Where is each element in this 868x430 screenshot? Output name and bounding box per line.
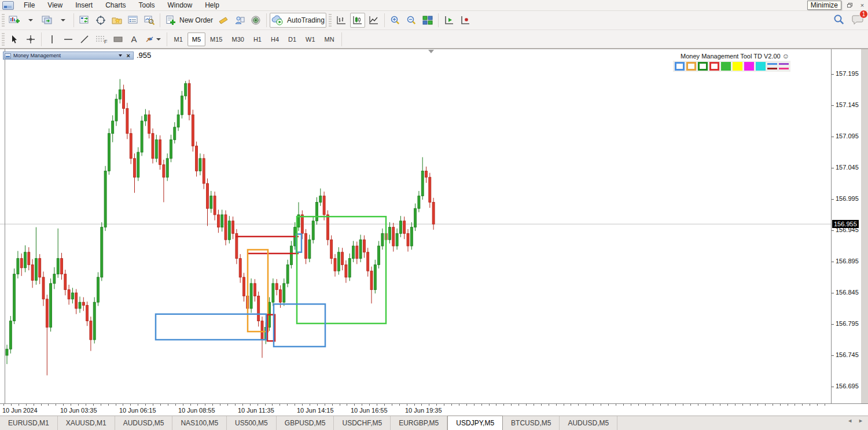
blue-rect-right[interactable]: [274, 304, 325, 346]
restore-button[interactable]: [845, 1, 854, 9]
tab-scroll-left-icon[interactable]: ◄: [847, 418, 852, 424]
autotrading-button[interactable]: AutoTrading: [270, 13, 326, 28]
menu-tools[interactable]: Tools: [133, 0, 161, 10]
metaeditor-button[interactable]: [216, 13, 231, 28]
strategy-tester-button[interactable]: [142, 13, 157, 28]
notifications-button[interactable]: 1: [852, 14, 865, 25]
timeframe-m30[interactable]: M30: [227, 32, 248, 46]
tab-usdchfm5[interactable]: USDCHF,M5: [334, 416, 391, 430]
search-icon[interactable]: [833, 14, 845, 25]
objects-list-button[interactable]: [458, 13, 473, 28]
tab-scroll-right-icon[interactable]: ►: [858, 418, 863, 424]
profiles-button[interactable]: [39, 13, 54, 28]
line-chart-button[interactable]: [366, 13, 381, 28]
color-swatch-1[interactable]: [686, 62, 696, 71]
arrows-tool-button[interactable]: [143, 32, 164, 47]
menu-charts[interactable]: Charts: [99, 0, 132, 10]
tab-eurusdm1[interactable]: EURUSD,M1: [0, 416, 58, 430]
color-swatch-5[interactable]: [733, 62, 742, 71]
candle-body: [410, 227, 413, 246]
color-swatch-lines-9[interactable]: [779, 62, 789, 71]
candle-body: [334, 259, 336, 271]
text-tool-button[interactable]: A: [127, 32, 142, 47]
color-swatch-3[interactable]: [709, 62, 719, 71]
toolbar-grip[interactable]: [2, 33, 5, 46]
trendline-tool-button[interactable]: [77, 32, 92, 47]
new-chart-button[interactable]: [7, 13, 22, 28]
new-order-button[interactable]: New Order: [163, 13, 215, 28]
time-tick: [698, 404, 698, 406]
chart-shift-marker-icon[interactable]: [428, 50, 434, 53]
money-management-subwindow-bar[interactable]: Money Management ×: [3, 52, 134, 60]
time-label: 10 Jun 06:15: [119, 407, 156, 414]
timeframe-h1[interactable]: H1: [249, 32, 266, 46]
tab-nas100m5[interactable]: NAS100,M5: [172, 416, 227, 430]
color-swatch-4[interactable]: [721, 62, 731, 71]
chevron-down-icon[interactable]: [119, 54, 122, 57]
timeframe-w1[interactable]: W1: [301, 32, 320, 46]
color-swatch-0[interactable]: [675, 62, 685, 71]
data-window-button[interactable]: [93, 13, 108, 28]
market-button[interactable]: [248, 13, 263, 28]
tab-gbpusdm5[interactable]: GBPUSD,M5: [277, 416, 334, 430]
menu-help[interactable]: Help: [198, 0, 226, 10]
time-tick: [227, 404, 228, 406]
timeframe-m5[interactable]: M5: [187, 32, 205, 46]
crosshair-tool-button[interactable]: [23, 32, 38, 47]
timeframe-m15[interactable]: M15: [205, 32, 227, 46]
price-axis[interactable]: 157.195157.145157.095157.045156.995156.9…: [831, 49, 861, 404]
green-rect[interactable]: [297, 216, 386, 324]
color-swatch-7[interactable]: [756, 62, 766, 71]
bar-chart-button[interactable]: [334, 13, 349, 28]
menu-window[interactable]: Window: [161, 0, 199, 10]
cursor-tool-button[interactable]: [7, 32, 22, 47]
app-logo-icon: [2, 1, 14, 10]
zoom-out-button[interactable]: [404, 13, 419, 28]
candle-body: [370, 271, 373, 289]
candle-body: [82, 302, 84, 305]
tab-us500m5[interactable]: US500,M5: [227, 416, 277, 430]
candle-body: [348, 259, 351, 277]
price-tick: [832, 387, 834, 387]
tab-audusdm5[interactable]: AUDUSD,M5: [560, 416, 617, 430]
color-swatch-2[interactable]: [698, 62, 708, 71]
timeframe-mn[interactable]: MN: [320, 32, 339, 46]
toolbar-grip[interactable]: [2, 14, 5, 27]
menu-file[interactable]: File: [17, 0, 41, 10]
candle-body: [367, 252, 369, 271]
terminal-button[interactable]: [126, 13, 141, 28]
time-axis[interactable]: 10 Jun 202410 Jun 03:3510 Jun 06:1510 Ju…: [0, 403, 868, 416]
zoom-in-button[interactable]: [388, 13, 403, 28]
candlestick-chart-button[interactable]: [350, 13, 365, 28]
menu-insert[interactable]: Insert: [69, 0, 99, 10]
tab-eurgbpm5[interactable]: EURGBP,M5: [391, 416, 447, 430]
shapes-tool-button[interactable]: [111, 32, 126, 47]
close-button[interactable]: ×: [858, 1, 867, 9]
menu-view[interactable]: View: [41, 0, 69, 10]
community-button[interactable]: [232, 13, 247, 28]
profiles-dropdown[interactable]: [56, 13, 71, 28]
tab-usdjpym5[interactable]: USDJPY,M5: [447, 416, 503, 430]
fibonacci-tool-button[interactable]: F: [93, 32, 109, 47]
toolbar-grip[interactable]: [329, 14, 332, 27]
tab-audusdm5[interactable]: AUDUSD,M5: [115, 416, 173, 430]
timeframe-d1[interactable]: D1: [284, 32, 301, 46]
line-chart-icon: [368, 15, 380, 25]
timeframe-m1[interactable]: M1: [170, 32, 187, 46]
timeframe-h4[interactable]: H4: [266, 32, 284, 46]
vertical-line-tool-button[interactable]: [45, 32, 60, 47]
color-swatch-6[interactable]: [744, 62, 754, 71]
chart-canvas[interactable]: Money Management × .955 Money Management…: [0, 49, 831, 404]
new-chart-dropdown[interactable]: [23, 13, 38, 28]
navigator-button[interactable]: [109, 13, 124, 28]
color-swatch-lines-8[interactable]: [767, 62, 777, 71]
tab-xauusdm1[interactable]: XAUUSD,M1: [58, 416, 115, 430]
crosshair-icon: [25, 34, 36, 45]
tile-windows-button[interactable]: [420, 13, 435, 28]
indicators-button[interactable]: [442, 13, 457, 28]
market-watch-button[interactable]: [77, 13, 92, 28]
subwindow-close-icon[interactable]: ×: [127, 53, 130, 58]
blue-rect-left[interactable]: [156, 314, 266, 340]
tab-btcusdm5[interactable]: BTCUSD,M5: [503, 416, 560, 430]
horizontal-line-tool-button[interactable]: [61, 32, 76, 47]
